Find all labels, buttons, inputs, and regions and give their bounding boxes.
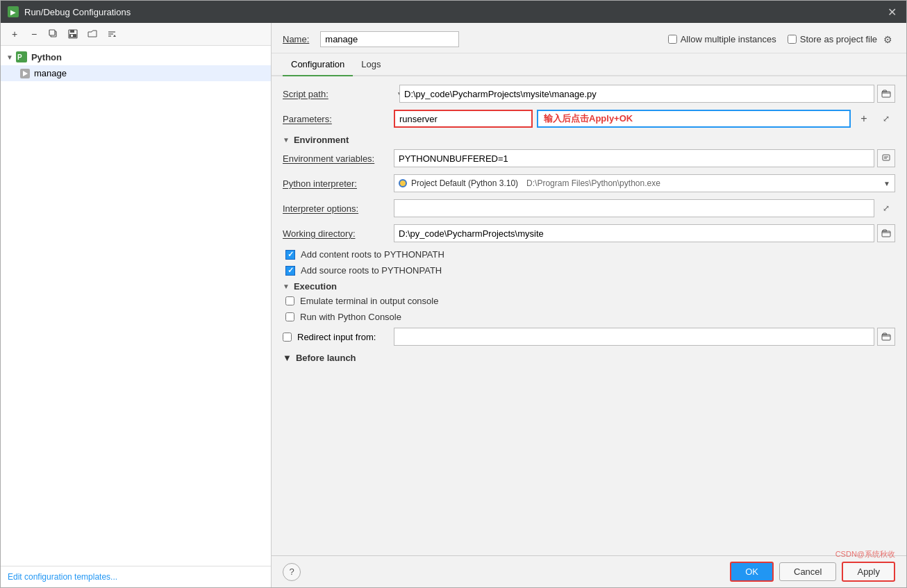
environment-label: Environment xyxy=(294,135,349,145)
emulate-terminal-row: Emulate terminal in output console xyxy=(283,296,895,306)
environment-arrow: ▼ xyxy=(283,136,290,144)
name-input[interactable] xyxy=(320,31,459,47)
working-dir-input[interactable] xyxy=(394,224,874,242)
gear-button[interactable]: ⚙ xyxy=(881,34,895,45)
interpreter-name: Project Default (Python 3.10) xyxy=(411,178,518,188)
interpreter-dropdown-arrow: ▼ xyxy=(883,180,890,187)
redirect-input-field[interactable] xyxy=(394,328,874,346)
script-path-input[interactable] xyxy=(399,85,874,103)
folder-button[interactable] xyxy=(84,26,101,42)
before-launch-label: Before launch xyxy=(296,353,356,363)
svg-rect-13 xyxy=(882,92,890,97)
redirect-input-label-wrap: Redirect input from: xyxy=(283,332,394,342)
interpreter-options-expand-button[interactable]: ⤢ xyxy=(877,199,895,217)
interpreter-select-wrap: Project Default (Python 3.10) D:\Program… xyxy=(394,174,895,192)
hint-text: 输入后点击Apply+OK xyxy=(544,112,633,125)
env-vars-row: Environment variables: PYTHONUNBUFFERED=… xyxy=(283,149,895,167)
env-vars-input-wrap: PYTHONUNBUFFERED=1 xyxy=(394,149,895,167)
add-source-roots-label: Add source roots to PYTHONPATH xyxy=(301,265,442,276)
python-interpreter-row: Python interpreter: Project Default (Pyt… xyxy=(283,174,895,192)
add-source-roots-checkbox[interactable] xyxy=(285,266,295,276)
bottom-bar: ? OK Cancel Apply xyxy=(272,555,906,587)
emulate-terminal-checkbox[interactable] xyxy=(285,296,294,305)
allow-multiple-label: Allow multiple instances xyxy=(681,34,776,44)
redirect-input-browse-button[interactable] xyxy=(877,328,895,346)
parameters-row: Parameters: 输入后点击Apply+OK + ⤢ xyxy=(283,110,895,128)
add-config-button[interactable]: + xyxy=(6,26,23,42)
store-project-label: Store as project file xyxy=(800,34,877,44)
svg-rect-5 xyxy=(71,35,73,37)
script-path-label: Script path: xyxy=(283,89,394,99)
name-label: Name: xyxy=(283,34,309,44)
add-content-roots-checkbox[interactable] xyxy=(285,250,295,260)
parameters-input[interactable] xyxy=(394,110,533,128)
script-path-row: Script path: ▼ xyxy=(283,85,895,103)
manage-config-item[interactable]: manage xyxy=(1,65,271,81)
tab-logs[interactable]: Logs xyxy=(353,53,389,76)
interpreter-options-input[interactable] xyxy=(394,199,874,217)
allow-multiple-checkbox[interactable] xyxy=(668,35,677,44)
left-toolbar: + − xyxy=(1,23,271,46)
run-python-console-row: Run with Python Console xyxy=(283,312,895,322)
edit-templates-link[interactable]: Edit configuration templates... xyxy=(1,566,271,587)
left-panel: + − xyxy=(1,23,272,587)
parameters-input-wrap: 输入后点击Apply+OK + ⤢ xyxy=(394,110,895,128)
add-source-roots-row: Add source roots to PYTHONPATH xyxy=(283,265,895,276)
working-dir-browse-button[interactable] xyxy=(877,224,895,242)
execution-section-header[interactable]: ▼ Execution xyxy=(283,281,895,292)
tab-configuration[interactable]: Configuration xyxy=(283,53,353,76)
header-checkboxes: Allow multiple instances Store as projec… xyxy=(668,34,895,45)
dialog-title: Run/Debug Configurations xyxy=(24,7,131,17)
parameters-expand-button[interactable]: ⤢ xyxy=(877,110,895,128)
script-path-browse-button[interactable] xyxy=(877,85,895,103)
redirect-input-wrap xyxy=(394,328,895,346)
python-section-header[interactable]: ▼ P Python xyxy=(1,49,271,65)
parameters-add-button[interactable]: + xyxy=(855,110,873,128)
env-vars-browse-button[interactable] xyxy=(877,149,895,167)
before-launch-section-header[interactable]: ▼ Before launch xyxy=(283,353,895,363)
svg-rect-14 xyxy=(883,155,890,160)
right-header: Name: Allow multiple instances Store as … xyxy=(272,23,906,53)
interpreter-path: D:\Program Files\Python\python.exe xyxy=(526,178,660,188)
svg-rect-17 xyxy=(882,231,890,237)
environment-section-header[interactable]: ▼ Environment xyxy=(283,135,895,145)
svg-text:P: P xyxy=(17,53,22,61)
interpreter-options-row: Interpreter options: ⤢ xyxy=(283,199,895,217)
before-launch-arrow: ▼ xyxy=(283,353,292,363)
store-project-checkbox[interactable] xyxy=(788,35,797,44)
store-project-checkbox-item: Store as project file ⚙ xyxy=(788,34,895,45)
interpreter-options-input-wrap: ⤢ xyxy=(394,199,895,217)
svg-rect-18 xyxy=(882,335,890,340)
sort-button[interactable] xyxy=(103,26,120,42)
python-interpreter-icon xyxy=(399,179,407,187)
add-content-roots-label: Add content roots to PYTHONPATH xyxy=(301,249,444,260)
close-button[interactable]: ✕ xyxy=(885,6,899,19)
manage-item-label: manage xyxy=(34,68,67,78)
execution-arrow: ▼ xyxy=(283,283,290,290)
hint-box: 输入后点击Apply+OK xyxy=(537,110,851,128)
working-dir-input-wrap xyxy=(394,224,895,242)
right-panel: Name: Allow multiple instances Store as … xyxy=(272,23,906,587)
cancel-button[interactable]: Cancel xyxy=(779,562,836,581)
help-button[interactable]: ? xyxy=(283,563,301,581)
interpreter-dropdown[interactable]: Project Default (Python 3.10) D:\Program… xyxy=(394,174,895,192)
apply-button[interactable]: Apply xyxy=(842,562,895,582)
config-content: Script path: ▼ xyxy=(272,76,906,555)
app-icon: ▶ xyxy=(8,6,19,17)
env-vars-display[interactable]: PYTHONUNBUFFERED=1 xyxy=(394,149,874,167)
env-vars-value: PYTHONUNBUFFERED=1 xyxy=(399,153,508,164)
python-interpreter-label: Python interpreter: xyxy=(283,178,394,189)
script-path-label-wrap: Script path: ▼ xyxy=(283,89,394,99)
run-python-console-checkbox[interactable] xyxy=(285,312,294,321)
ok-button[interactable]: OK xyxy=(730,562,774,582)
python-section-icon: P xyxy=(16,51,27,62)
save-config-button[interactable] xyxy=(65,26,81,42)
copy-config-button[interactable] xyxy=(45,26,62,42)
redirect-input-checkbox[interactable] xyxy=(283,333,292,342)
title-bar-left: ▶ Run/Debug Configurations xyxy=(8,6,131,17)
remove-config-button[interactable]: − xyxy=(26,26,42,42)
main-content: + − xyxy=(1,23,906,587)
svg-rect-3 xyxy=(70,30,74,33)
parameters-label: Parameters: xyxy=(283,114,394,124)
run-python-console-label: Run with Python Console xyxy=(300,312,401,322)
